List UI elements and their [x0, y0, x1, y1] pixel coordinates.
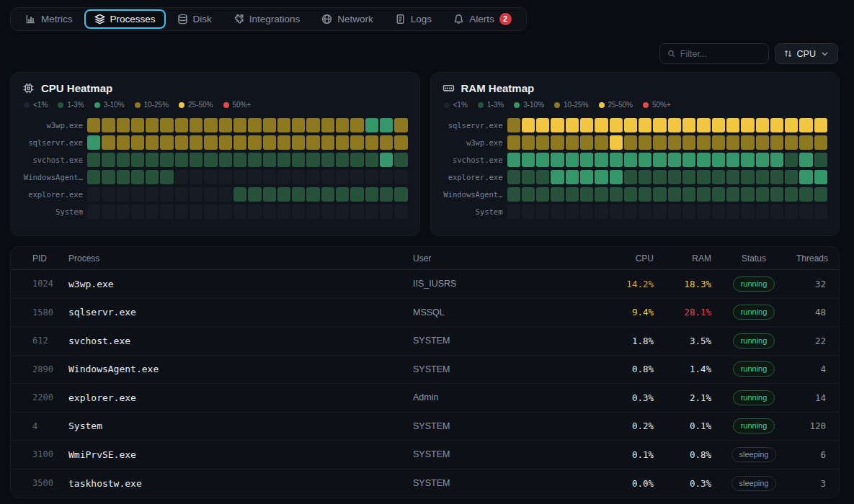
cell-ram: 2.1%	[654, 392, 711, 403]
status-badge: sleeping	[731, 447, 777, 462]
heatmap-row: w3wp.exe	[442, 135, 828, 150]
column-header-cpu[interactable]: CPU	[589, 253, 654, 264]
status-badge: sleeping	[731, 476, 777, 491]
heatmap-cell	[87, 118, 100, 132]
heatmap-cell	[770, 170, 783, 184]
heatmap-cell	[624, 187, 637, 202]
legend-item: 25-50%	[179, 101, 213, 109]
toolbar: CPU	[659, 43, 838, 64]
table-header: PIDProcessUserCPURAMStatusThreads	[11, 247, 839, 270]
process-table: PIDProcessUserCPURAMStatusThreads 1024w3…	[10, 246, 840, 498]
heatmap-cell	[175, 135, 188, 150]
heatmap-cell	[160, 204, 173, 219]
column-header-user[interactable]: User	[413, 253, 589, 264]
nav-tab-disk[interactable]: Disk	[167, 9, 222, 29]
heatmap-cell	[756, 204, 769, 219]
column-header-threads[interactable]: Threads	[796, 253, 828, 264]
heatmap-cell	[741, 135, 754, 150]
heatmap-row-cells	[87, 204, 408, 219]
heatmap-cell	[595, 170, 608, 184]
heatmap-cell	[799, 170, 812, 184]
heatmap-cell	[102, 135, 115, 150]
chevron-down-icon	[820, 49, 829, 58]
heatmap-row: WindowsAgent…	[442, 187, 828, 202]
heatmap-cell	[263, 170, 276, 184]
column-header-status[interactable]: Status	[711, 253, 796, 264]
cell-status: running	[711, 418, 796, 433]
heatmap-panels: CPU Heatmap <1%1-3%3-10%10-25%25-50%50%+…	[10, 72, 840, 236]
heatmap-cell	[799, 204, 812, 219]
cpu-heatmap-grid: w3wp.exesqlservr.exesvchost.exeWindowsAg…	[22, 118, 408, 219]
cell-user: SYSTEM	[413, 364, 589, 374]
column-header-pid[interactable]: PID	[32, 253, 68, 264]
column-header-ram[interactable]: RAM	[654, 253, 711, 264]
filter-box[interactable]	[659, 43, 769, 64]
heatmap-row-cells	[507, 204, 828, 219]
heatmap-cell	[248, 204, 261, 219]
heatmap-cell	[117, 187, 130, 202]
table-row[interactable]: 4SystemSYSTEM0.2%0.1%running120	[11, 413, 839, 441]
table-row[interactable]: 2200explorer.exeAdmin0.3%2.1%running14	[11, 384, 839, 413]
cell-status: running	[711, 276, 796, 292]
table-row[interactable]: 3100WmiPrvSE.exeSYSTEM0.1%0.8%sleeping6	[11, 441, 839, 469]
heatmap-cell	[365, 135, 378, 150]
heatmap-cell	[277, 153, 290, 167]
sort-arrows-icon	[783, 49, 793, 58]
nav-tab-alerts[interactable]: Alerts2	[443, 9, 522, 30]
status-badge: running	[733, 418, 775, 433]
heatmap-cell	[712, 153, 725, 167]
heatmap-cell	[204, 153, 217, 167]
ram-heatmap-header: RAM Heatmap	[442, 82, 828, 94]
cell-user: SYSTEM	[413, 478, 589, 488]
table-row[interactable]: 1580sqlservr.exeMSSQL9.4%28.1%running48	[11, 299, 839, 328]
ram-heatmap-grid: sqlservr.exew3wp.exesvchost.exeexplorer.…	[442, 118, 828, 219]
status-badge: running	[733, 305, 775, 320]
cell-threads: 48	[796, 307, 826, 318]
heatmap-cell	[175, 153, 188, 167]
nav-tab-network[interactable]: Network	[311, 9, 383, 29]
heatmap-cell	[507, 204, 520, 219]
legend-item: 3-10%	[94, 101, 125, 109]
heatmap-cell	[336, 153, 349, 167]
heatmap-cell	[785, 135, 798, 150]
nav-tab-processes[interactable]: Processes	[84, 9, 166, 29]
layers-icon	[94, 14, 105, 24]
heatmap-cell	[507, 187, 520, 202]
cell-status: sleeping	[711, 447, 796, 462]
table-row[interactable]: 1024w3wp.exeIIS_IUSRS14.2%18.3%running32	[11, 270, 839, 299]
cell-ram: 0.8%	[654, 449, 711, 460]
heatmap-cell	[263, 153, 276, 167]
table-row[interactable]: 2890WindowsAgent.exeSYSTEM0.8%1.4%runnin…	[11, 356, 839, 384]
heatmap-cell	[566, 204, 579, 219]
heatmap-cell	[350, 204, 363, 219]
table-row[interactable]: 612svchost.exeSYSTEM1.8%3.5%running22	[11, 327, 839, 356]
heatmap-cell	[146, 187, 159, 202]
nav-tab-logs[interactable]: Logs	[385, 9, 442, 29]
heatmap-row: explorer.exe	[442, 170, 828, 184]
cell-pid: 1580	[32, 307, 68, 318]
filter-input[interactable]	[680, 49, 761, 59]
heatmap-cell	[639, 204, 651, 219]
cell-ram: 3.5%	[654, 336, 711, 346]
cell-user: SYSTEM	[413, 336, 589, 346]
heatmap-cell	[610, 204, 623, 219]
column-header-process[interactable]: Process	[68, 253, 413, 264]
sort-button[interactable]: CPU	[775, 43, 838, 64]
nav-tab-metrics[interactable]: Metrics	[15, 9, 83, 29]
table-row[interactable]: 3500taskhostw.exeSYSTEM0.0%0.3%sleeping3	[11, 469, 839, 498]
ram-heatmap-panel: RAM Heatmap <1%1-3%3-10%10-25%25-50%50%+…	[430, 72, 840, 236]
legend-item: 1-3%	[58, 101, 84, 109]
cell-pid: 612	[32, 336, 68, 346]
heatmap-cell	[263, 118, 276, 132]
legend-label: 1-3%	[67, 101, 84, 109]
heatmap-row-cells	[87, 118, 408, 132]
heatmap-cell	[146, 135, 159, 150]
heatmap-cell	[175, 204, 188, 219]
cell-threads: 3	[796, 478, 826, 489]
heatmap-cell	[175, 187, 188, 202]
nav-tab-integrations[interactable]: Integrations	[223, 9, 311, 29]
legend-label: 25-50%	[608, 101, 633, 109]
heatmap-row: sqlservr.exe	[442, 118, 828, 132]
heatmap-cell	[102, 153, 115, 167]
legend-item: 50%+	[223, 101, 252, 109]
